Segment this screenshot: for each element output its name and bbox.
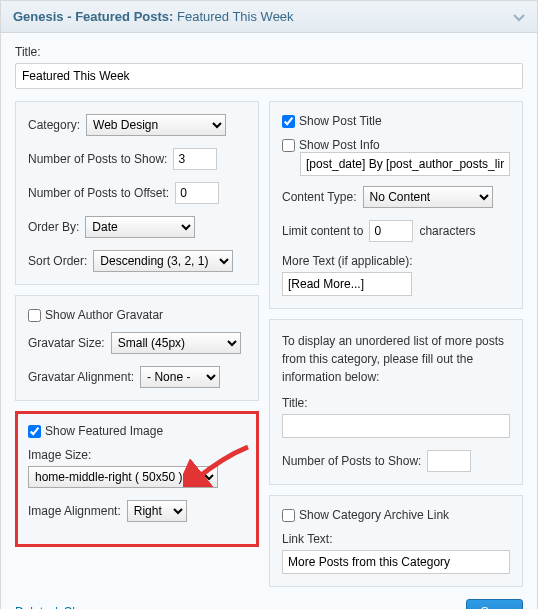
show-post-title-label: Show Post Title [299,114,382,128]
orderby-select[interactable]: Date [85,216,195,238]
content-panel: Show Post Title Show Post Info Content T… [269,101,523,309]
sort-select[interactable]: Descending (3, 2, 1) [93,250,233,272]
footer-links: Delete | Close [15,605,94,609]
num-posts-input[interactable] [173,148,217,170]
close-link[interactable]: Close [64,605,95,609]
show-gravatar-checkbox[interactable] [28,309,41,322]
save-button[interactable]: Save [466,599,523,609]
archive-link-panel: Show Category Archive Link Link Text: [269,495,523,587]
left-column: Category: Web Design Number of Posts to … [15,101,259,587]
show-featured-image-checkbox[interactable] [28,425,41,438]
show-post-info-checkbox[interactable] [282,139,295,152]
title-label: Title: [15,45,523,59]
widget-header[interactable]: Genesis - Featured Posts: Featured This … [1,1,537,33]
limit-content-input[interactable] [369,220,413,242]
show-archive-link-checkbox[interactable] [282,509,295,522]
show-gravatar-label: Show Author Gravatar [45,308,163,322]
widget-body: Title: Category: Web Design Number of Po… [1,33,537,609]
query-panel: Category: Web Design Number of Posts to … [15,101,259,285]
gravatar-align-select[interactable]: - None - [140,366,220,388]
featured-image-panel: Show Featured Image Image Size: home-mid… [15,411,259,547]
show-post-info-label: Show Post Info [299,138,380,152]
gravatar-size-label: Gravatar Size: [28,336,105,350]
image-align-select[interactable]: Right [127,500,187,522]
more-text-input[interactable] [282,272,412,296]
gravatar-align-label: Gravatar Alignment: [28,370,134,384]
widget-title: Genesis - Featured Posts: Featured This … [13,9,294,24]
delete-link[interactable]: Delete [15,605,50,609]
limit-suffix-label: characters [419,224,475,238]
gravatar-size-select[interactable]: Small (45px) [111,332,241,354]
widget-footer: Delete | Close Save [15,599,523,609]
show-archive-link-label: Show Category Archive Link [299,508,449,522]
right-column: Show Post Title Show Post Info Content T… [269,101,523,587]
title-input[interactable] [15,63,523,89]
link-text-input[interactable] [282,550,510,574]
post-info-input[interactable] [300,152,510,176]
extra-posts-intro: To display an unordered list of more pos… [282,332,510,386]
more-text-label: More Text (if applicable): [282,254,510,268]
image-size-select[interactable]: home-middle-right ( 50x50 ) [28,466,218,488]
extra-title-input[interactable] [282,414,510,438]
content-type-label: Content Type: [282,190,357,204]
columns: Category: Web Design Number of Posts to … [15,101,523,587]
link-text-label: Link Text: [282,532,510,546]
sort-label: Sort Order: [28,254,87,268]
orderby-label: Order By: [28,220,79,234]
show-featured-image-label: Show Featured Image [45,424,163,438]
content-type-select[interactable]: No Content [363,186,493,208]
show-post-title-checkbox[interactable] [282,115,295,128]
num-posts-label: Number of Posts to Show: [28,152,167,166]
category-select[interactable]: Web Design [86,114,226,136]
limit-prefix-label: Limit content to [282,224,363,238]
extra-posts-panel: To display an unordered list of more pos… [269,319,523,485]
image-align-label: Image Alignment: [28,504,121,518]
offset-input[interactable] [175,182,219,204]
extra-num-label: Number of Posts to Show: [282,454,421,468]
gravatar-panel: Show Author Gravatar Gravatar Size: Smal… [15,295,259,401]
offset-label: Number of Posts to Offset: [28,186,169,200]
image-size-label: Image Size: [28,448,246,462]
category-label: Category: [28,118,80,132]
title-row: Title: [15,45,523,89]
separator: | [55,605,58,609]
extra-title-label: Title: [282,396,510,410]
widget-genesis-featured-posts: Genesis - Featured Posts: Featured This … [0,0,538,609]
widget-title-prefix: Genesis - Featured Posts: [13,9,173,24]
collapse-icon[interactable] [513,11,525,23]
extra-num-input[interactable] [427,450,471,472]
widget-title-suffix: Featured This Week [177,9,294,24]
